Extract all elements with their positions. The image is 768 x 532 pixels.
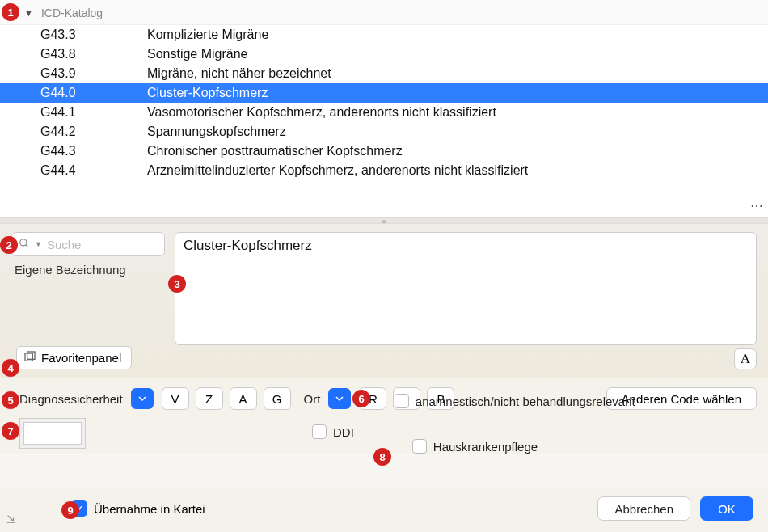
- icd-row[interactable]: G44.4Arzneimittelinduzierter Kopfschmerz…: [0, 161, 768, 180]
- footer: ⇲ ✓ Übernahme in Kartei Abbrechen OK: [0, 488, 768, 532]
- favorites-icon: [23, 350, 36, 365]
- svg-point-0: [20, 239, 27, 245]
- section-title: ICD-Katalog: [41, 6, 103, 19]
- icd-code: G44.2: [40, 125, 147, 139]
- take-to-file-label: Übernahme in Kartei: [94, 502, 205, 516]
- icd-code: G43.3: [40, 27, 147, 42]
- cancel-button[interactable]: Abbrechen: [597, 496, 690, 521]
- own-designation-label: Eigene Bezeichnung: [11, 263, 165, 277]
- font-button[interactable]: A: [734, 348, 757, 369]
- chevron-down-icon: ▼: [24, 8, 33, 18]
- hkp-checkbox[interactable]: [412, 439, 427, 454]
- icd-desc: Spannungskopfschmerz: [147, 125, 768, 139]
- ok-button[interactable]: OK: [700, 496, 753, 521]
- icd-desc: Chronischer posttraumatischer Kopfschmer…: [147, 144, 768, 158]
- marker-8: 8: [373, 448, 391, 466]
- code-inputbox-frame: [19, 418, 86, 449]
- diagnosis-textarea[interactable]: Cluster-Kopfschmerz: [175, 232, 757, 345]
- diag-certainty-label: Diagnosesicherheit: [19, 392, 123, 406]
- icd-desc: Vasomotorischer Kopfschmerz, anderenorts…: [147, 105, 768, 120]
- diag-button-a[interactable]: A: [230, 387, 257, 410]
- icd-row[interactable]: G43.3Komplizierte Migräne: [0, 25, 768, 44]
- ddi-label: DDI: [333, 425, 354, 439]
- marker-4: 4: [2, 359, 19, 377]
- marker-3: 3: [168, 275, 186, 293]
- diag-button-g[interactable]: G: [264, 387, 291, 410]
- split-handle[interactable]: ●: [0, 217, 768, 224]
- icd-code: G44.1: [40, 105, 147, 120]
- anamnestic-checkbox[interactable]: [395, 394, 409, 408]
- icd-list: G43.3Komplizierte MigräneG43.8Sonstige M…: [0, 25, 768, 217]
- hkp-label: Hauskrankenpflege: [433, 440, 538, 454]
- icd-code: G44.0: [40, 86, 147, 100]
- search-field[interactable]: ▼: [11, 232, 165, 256]
- more-icon[interactable]: ⋯: [749, 198, 765, 214]
- icd-desc: Arzneimittelinduzierter Kopfschmerz, and…: [147, 163, 768, 178]
- diag-button-v[interactable]: V: [162, 387, 189, 410]
- anamnestic-label: anamnestisch/nicht behandlungsrelevant: [416, 395, 635, 408]
- location-label: Ort: [304, 392, 321, 406]
- icd-desc: Migräne, nicht näher bezeichnet: [147, 66, 768, 81]
- marker-6: 6: [352, 390, 370, 407]
- icd-code: G44.4: [40, 163, 147, 178]
- icd-row[interactable]: G43.9Migräne, nicht näher bezeichnet: [0, 64, 768, 83]
- resize-handle-icon[interactable]: ⇲: [6, 513, 16, 526]
- marker-1: 1: [2, 3, 19, 21]
- detail-panel: ▼ Eigene Bezeichnung Cluster-Kopfschmerz…: [0, 224, 768, 378]
- icd-code: G43.8: [40, 47, 147, 61]
- diag-certainty-dropdown[interactable]: [131, 388, 154, 409]
- marker-9: 9: [61, 501, 79, 519]
- search-menu-icon[interactable]: ▼: [35, 240, 42, 248]
- marker-5: 5: [2, 391, 19, 409]
- section-header[interactable]: ▼ ICD-Katalog: [0, 0, 768, 25]
- diag-button-z[interactable]: Z: [196, 387, 223, 410]
- icd-desc: Cluster-Kopfschmerz: [147, 86, 768, 100]
- icd-row[interactable]: G44.1Vasomotorischer Kopfschmerz, andere…: [0, 103, 768, 122]
- icd-desc: Komplizierte Migräne: [147, 27, 768, 42]
- icd-row[interactable]: G44.2Spannungskopfschmerz: [0, 122, 768, 141]
- search-input[interactable]: [47, 238, 158, 251]
- icd-row[interactable]: G43.8Sonstige Migräne: [0, 44, 768, 64]
- svg-line-1: [26, 244, 28, 247]
- icd-row[interactable]: G44.3Chronischer posttraumatischer Kopfs…: [0, 141, 768, 161]
- favorites-label: Favoritenpanel: [41, 351, 121, 365]
- code-inputbox[interactable]: [23, 422, 82, 445]
- icd-code: G43.9: [40, 66, 147, 81]
- icd-desc: Sonstige Migräne: [147, 47, 768, 61]
- search-icon: [19, 238, 30, 251]
- favorites-panel-button[interactable]: Favoritenpanel: [16, 346, 132, 369]
- marker-2: 2: [0, 236, 18, 254]
- icd-code: G44.3: [40, 144, 147, 158]
- ddi-checkbox[interactable]: [312, 424, 327, 439]
- form-section: Diagnosesicherheit VZAG Ort RLB Anderen …: [0, 378, 768, 454]
- location-dropdown[interactable]: [328, 388, 351, 409]
- marker-7: 7: [2, 422, 19, 440]
- icd-row[interactable]: G44.0Cluster-Kopfschmerz: [0, 83, 768, 103]
